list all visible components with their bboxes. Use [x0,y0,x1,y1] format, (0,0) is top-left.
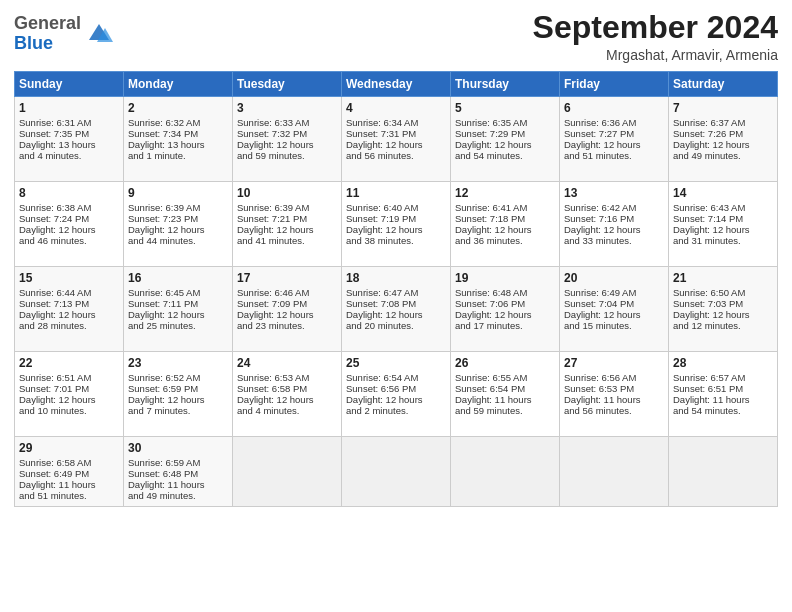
day-info-line: Daylight: 12 hours [346,309,446,320]
calendar-cell: 29Sunrise: 6:58 AMSunset: 6:49 PMDayligh… [15,437,124,507]
day-info-line: and 56 minutes. [346,150,446,161]
day-info-line: and 46 minutes. [19,235,119,246]
day-info-line: Sunrise: 6:38 AM [19,202,119,213]
calendar-cell: 12Sunrise: 6:41 AMSunset: 7:18 PMDayligh… [451,182,560,267]
day-info-line: Sunset: 7:31 PM [346,128,446,139]
day-number: 17 [237,271,337,285]
day-info-line: Sunset: 7:24 PM [19,213,119,224]
subtitle: Mrgashat, Armavir, Armenia [533,47,778,63]
calendar-cell: 15Sunrise: 6:44 AMSunset: 7:13 PMDayligh… [15,267,124,352]
day-info-line: Sunset: 6:53 PM [564,383,664,394]
day-info-line: and 54 minutes. [673,405,773,416]
day-info-line: and 12 minutes. [673,320,773,331]
day-info-line: and 28 minutes. [19,320,119,331]
day-info-line: Sunrise: 6:37 AM [673,117,773,128]
calendar-cell: 16Sunrise: 6:45 AMSunset: 7:11 PMDayligh… [124,267,233,352]
day-info-line: Sunrise: 6:34 AM [346,117,446,128]
day-number: 28 [673,356,773,370]
calendar-cell: 19Sunrise: 6:48 AMSunset: 7:06 PMDayligh… [451,267,560,352]
calendar-cell: 14Sunrise: 6:43 AMSunset: 7:14 PMDayligh… [669,182,778,267]
day-info-line: Daylight: 12 hours [346,394,446,405]
day-info-line: and 51 minutes. [564,150,664,161]
day-number: 23 [128,356,228,370]
day-info-line: Sunrise: 6:32 AM [128,117,228,128]
day-info-line: Daylight: 12 hours [455,139,555,150]
day-info-line: Sunset: 6:51 PM [673,383,773,394]
day-info-line: and 51 minutes. [19,490,119,501]
calendar-cell: 5Sunrise: 6:35 AMSunset: 7:29 PMDaylight… [451,97,560,182]
day-info-line: Sunset: 7:03 PM [673,298,773,309]
day-info-line: and 59 minutes. [455,405,555,416]
calendar-cell: 11Sunrise: 6:40 AMSunset: 7:19 PMDayligh… [342,182,451,267]
calendar-cell: 1Sunrise: 6:31 AMSunset: 7:35 PMDaylight… [15,97,124,182]
day-info-line: and 23 minutes. [237,320,337,331]
calendar-header-tuesday: Tuesday [233,72,342,97]
day-number: 29 [19,441,119,455]
day-number: 9 [128,186,228,200]
day-info-line: Sunset: 7:09 PM [237,298,337,309]
day-info-line: and 31 minutes. [673,235,773,246]
day-info-line: Sunset: 7:13 PM [19,298,119,309]
day-info-line: and 49 minutes. [128,490,228,501]
day-info-line: Sunset: 7:08 PM [346,298,446,309]
day-info-line: and 44 minutes. [128,235,228,246]
day-info-line: Sunrise: 6:54 AM [346,372,446,383]
day-info-line: Sunset: 6:58 PM [237,383,337,394]
day-number: 21 [673,271,773,285]
day-info-line: Sunrise: 6:39 AM [128,202,228,213]
day-info-line: Daylight: 12 hours [564,224,664,235]
day-info-line: Sunset: 7:14 PM [673,213,773,224]
day-info-line: Sunset: 7:32 PM [237,128,337,139]
day-info-line: Sunrise: 6:55 AM [455,372,555,383]
calendar-cell: 30Sunrise: 6:59 AMSunset: 6:48 PMDayligh… [124,437,233,507]
calendar-header-sunday: Sunday [15,72,124,97]
day-number: 10 [237,186,337,200]
calendar-cell: 6Sunrise: 6:36 AMSunset: 7:27 PMDaylight… [560,97,669,182]
day-info-line: Sunrise: 6:42 AM [564,202,664,213]
calendar-cell: 13Sunrise: 6:42 AMSunset: 7:16 PMDayligh… [560,182,669,267]
calendar-cell [342,437,451,507]
day-info-line: Sunset: 7:27 PM [564,128,664,139]
calendar-cell [560,437,669,507]
day-info-line: Sunrise: 6:41 AM [455,202,555,213]
day-number: 18 [346,271,446,285]
day-info-line: Daylight: 12 hours [128,394,228,405]
day-info-line: and 25 minutes. [128,320,228,331]
day-info-line: Daylight: 12 hours [346,224,446,235]
day-number: 8 [19,186,119,200]
day-info-line: Sunset: 7:21 PM [237,213,337,224]
day-info-line: and 2 minutes. [346,405,446,416]
day-info-line: Sunset: 6:48 PM [128,468,228,479]
day-info-line: Sunrise: 6:59 AM [128,457,228,468]
calendar-cell: 18Sunrise: 6:47 AMSunset: 7:08 PMDayligh… [342,267,451,352]
day-info-line: Sunset: 6:49 PM [19,468,119,479]
day-info-line: Daylight: 11 hours [19,479,119,490]
day-info-line: Sunrise: 6:56 AM [564,372,664,383]
day-info-line: Daylight: 13 hours [128,139,228,150]
day-number: 11 [346,186,446,200]
day-info-line: Daylight: 11 hours [673,394,773,405]
calendar-cell: 23Sunrise: 6:52 AMSunset: 6:59 PMDayligh… [124,352,233,437]
day-info-line: Sunset: 7:26 PM [673,128,773,139]
day-info-line: and 56 minutes. [564,405,664,416]
day-number: 6 [564,101,664,115]
calendar-cell: 9Sunrise: 6:39 AMSunset: 7:23 PMDaylight… [124,182,233,267]
day-info-line: Sunrise: 6:46 AM [237,287,337,298]
calendar-header-row: SundayMondayTuesdayWednesdayThursdayFrid… [15,72,778,97]
day-info-line: Sunrise: 6:39 AM [237,202,337,213]
day-info-line: and 49 minutes. [673,150,773,161]
day-number: 30 [128,441,228,455]
day-info-line: and 7 minutes. [128,405,228,416]
day-info-line: Sunset: 7:11 PM [128,298,228,309]
day-info-line: Sunset: 7:34 PM [128,128,228,139]
day-info-line: Sunrise: 6:58 AM [19,457,119,468]
day-info-line: and 33 minutes. [564,235,664,246]
day-info-line: Sunset: 7:01 PM [19,383,119,394]
day-number: 15 [19,271,119,285]
day-number: 7 [673,101,773,115]
calendar-cell: 10Sunrise: 6:39 AMSunset: 7:21 PMDayligh… [233,182,342,267]
day-number: 24 [237,356,337,370]
day-info-line: Daylight: 12 hours [19,309,119,320]
day-info-line: Sunrise: 6:31 AM [19,117,119,128]
calendar-header-friday: Friday [560,72,669,97]
